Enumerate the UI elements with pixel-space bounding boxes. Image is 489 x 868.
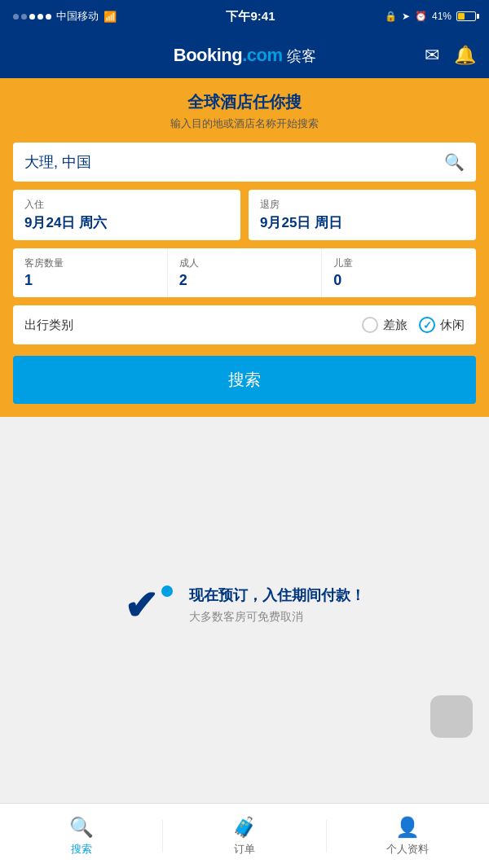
- battery-label: 41%: [432, 11, 452, 22]
- business-label: 差旅: [383, 318, 408, 333]
- trip-type-label: 出行类别: [24, 318, 362, 333]
- checkin-value: 9月24日 周六: [24, 213, 229, 232]
- time-display: 下午9:41: [226, 9, 275, 24]
- messages-button[interactable]: ✉: [425, 45, 439, 66]
- nav-orders[interactable]: 🧳 订单: [163, 808, 325, 865]
- app-logo: Booking.com 缤客: [174, 45, 315, 66]
- search-title: 全球酒店任你搜: [13, 91, 476, 113]
- adults-field[interactable]: 成人 2: [168, 248, 323, 297]
- profile-nav-icon: 👤: [395, 816, 420, 839]
- logo-cn: 缤客: [287, 48, 315, 64]
- checkin-label: 入住: [24, 198, 229, 212]
- promo-dot: [161, 585, 173, 597]
- promo-icon: ✔: [124, 585, 173, 634]
- search-nav-icon: 🔍: [69, 816, 94, 839]
- logo-com: .com: [242, 45, 282, 65]
- nav-profile[interactable]: 👤 个人资料: [327, 808, 489, 865]
- search-icon: 🔍: [444, 152, 465, 172]
- search-subtitle: 输入目的地或酒店名称开始搜索: [13, 116, 476, 131]
- children-field[interactable]: 儿童 0: [322, 248, 476, 297]
- search-panel: 全球酒店任你搜 输入目的地或酒店名称开始搜索 大理, 中国 🔍 入住 9月24日…: [0, 78, 489, 417]
- search-button[interactable]: 搜索: [13, 356, 476, 404]
- rooms-field[interactable]: 客房数量 1: [13, 248, 168, 297]
- guests-row: 客房数量 1 成人 2 儿童 0: [13, 248, 476, 297]
- leisure-option[interactable]: 休闲: [419, 317, 465, 333]
- trip-type-row: 出行类别 差旅 休闲: [13, 305, 476, 344]
- adults-label: 成人: [179, 256, 311, 270]
- checkout-field[interactable]: 退房 9月25日 周日: [249, 190, 476, 240]
- alarm-icon: ⏰: [415, 11, 427, 22]
- checkout-value: 9月25日 周日: [260, 213, 465, 232]
- destination-value: 大理, 中国: [24, 152, 444, 172]
- signal-dots: [13, 14, 51, 20]
- destination-field[interactable]: 大理, 中国 🔍: [13, 142, 476, 182]
- promo-section: ✔ 现在预订，入住期间付款！ 大多数客房可免费取消: [91, 569, 398, 651]
- lock-icon: 🔒: [385, 11, 397, 22]
- trip-type-options: 差旅 休闲: [362, 317, 465, 333]
- float-button[interactable]: [430, 695, 473, 738]
- promo-subtitle: 大多数客房可免费取消: [189, 610, 365, 625]
- nav-search[interactable]: 🔍 搜索: [0, 808, 162, 865]
- status-left: 中国移动 📶: [13, 9, 117, 24]
- main-content: ✔ 现在预订，入住期间付款！ 大多数客房可免费取消: [0, 417, 489, 803]
- leisure-label: 休闲: [440, 318, 465, 333]
- children-value: 0: [333, 272, 465, 289]
- rooms-value: 1: [24, 272, 156, 289]
- carrier-label: 中国移动: [56, 9, 99, 24]
- rooms-label: 客房数量: [24, 256, 156, 270]
- profile-nav-label: 个人资料: [386, 842, 429, 857]
- business-radio[interactable]: [362, 317, 378, 333]
- notifications-button[interactable]: 🔔: [454, 45, 476, 66]
- children-label: 儿童: [333, 256, 465, 270]
- search-nav-label: 搜索: [71, 842, 92, 857]
- logo-booking: Booking: [174, 45, 243, 65]
- header-icons: ✉ 🔔: [425, 45, 476, 66]
- status-right: 🔒 ➤ ⏰ 41%: [385, 11, 476, 22]
- location-icon: ➤: [402, 11, 410, 22]
- wifi-icon: 📶: [104, 11, 117, 23]
- orders-nav-label: 订单: [234, 842, 255, 857]
- business-option[interactable]: 差旅: [362, 317, 408, 333]
- date-row: 入住 9月24日 周六 退房 9月25日 周日: [13, 190, 476, 240]
- bottom-nav: 🔍 搜索 🧳 订单 👤 个人资料: [0, 803, 489, 868]
- status-bar: 中国移动 📶 下午9:41 🔒 ➤ ⏰ 41%: [0, 0, 489, 33]
- app-header: Booking.com 缤客 ✉ 🔔: [0, 33, 489, 78]
- promo-text: 现在预订，入住期间付款！ 大多数客房可免费取消: [189, 585, 365, 625]
- adults-value: 2: [179, 272, 311, 289]
- checkin-field[interactable]: 入住 9月24日 周六: [13, 190, 240, 240]
- orders-nav-icon: 🧳: [232, 816, 257, 839]
- checkout-label: 退房: [260, 198, 465, 212]
- leisure-radio[interactable]: [419, 317, 435, 333]
- battery-icon: [456, 11, 476, 21]
- promo-title: 现在预订，入住期间付款！: [189, 585, 365, 605]
